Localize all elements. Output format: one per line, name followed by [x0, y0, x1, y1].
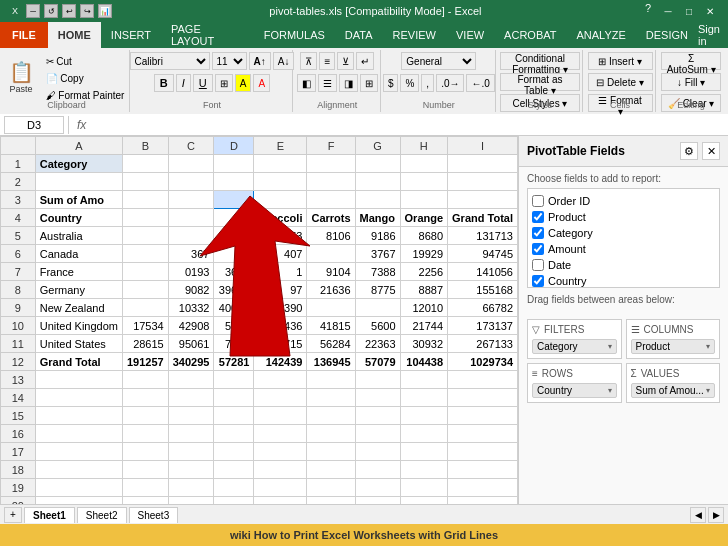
cell-C6[interactable]: 367 — [168, 245, 214, 263]
cell-H1[interactable] — [400, 155, 448, 173]
cell-F4[interactable]: Carrots — [307, 209, 355, 227]
scroll-right-button[interactable]: ▶ — [708, 507, 724, 523]
cell-C7[interactable]: 0193 — [168, 263, 214, 281]
cell-H3[interactable] — [400, 191, 448, 209]
cell-B8[interactable] — [123, 281, 169, 299]
cell-G9[interactable] — [355, 299, 400, 317]
cell-I6[interactable]: 94745 — [448, 245, 518, 263]
cell-E9[interactable]: 4390 — [254, 299, 307, 317]
cell-E10[interactable]: 38436 — [254, 317, 307, 335]
sign-in-link[interactable]: Sign in — [698, 23, 720, 47]
cell-D4[interactable] — [214, 209, 254, 227]
cell-I4[interactable]: Grand Total — [448, 209, 518, 227]
cell-G4[interactable]: Mango — [355, 209, 400, 227]
cell-D10[interactable]: 5100 — [214, 317, 254, 335]
col-header-F[interactable]: F — [307, 137, 355, 155]
cell-C2[interactable] — [168, 173, 214, 191]
cell-E12[interactable]: 142439 — [254, 353, 307, 371]
underline-button[interactable]: U — [193, 74, 213, 92]
tab-acrobat[interactable]: ACROBAT — [494, 22, 566, 48]
field-checkbox-amount[interactable] — [532, 243, 544, 255]
cell-E1[interactable] — [254, 155, 307, 173]
cell-B7[interactable] — [123, 263, 169, 281]
comma-button[interactable]: , — [421, 74, 434, 92]
font-increase-button[interactable]: A↑ — [249, 52, 271, 70]
border-button[interactable]: ⊞ — [215, 74, 233, 92]
format-as-table-button[interactable]: Format as Table ▾ — [500, 73, 580, 91]
cell-H2[interactable] — [400, 173, 448, 191]
cell-F6[interactable] — [307, 245, 355, 263]
cell-G7[interactable]: 7388 — [355, 263, 400, 281]
align-right-button[interactable]: ◨ — [339, 74, 358, 92]
cell-E6[interactable]: 407 — [254, 245, 307, 263]
field-checkbox-country[interactable] — [532, 275, 544, 287]
cell-B6[interactable] — [123, 245, 169, 263]
cell-G5[interactable]: 9186 — [355, 227, 400, 245]
close-button[interactable]: ✕ — [700, 2, 720, 20]
cell-I9[interactable]: 66782 — [448, 299, 518, 317]
field-checkbox-product[interactable] — [532, 211, 544, 223]
tab-analyze[interactable]: ANALYZE — [566, 22, 635, 48]
cell-A4[interactable]: Country — [35, 209, 122, 227]
cell-H10[interactable]: 21744 — [400, 317, 448, 335]
tab-view[interactable]: VIEW — [446, 22, 494, 48]
cell-B9[interactable] — [123, 299, 169, 317]
cell-D1[interactable] — [214, 155, 254, 173]
cell-E5[interactable]: 17953 — [254, 227, 307, 245]
field-checkbox-category[interactable] — [532, 227, 544, 239]
add-sheet-button[interactable]: + — [4, 507, 22, 523]
col-header-E[interactable]: E — [254, 137, 307, 155]
cell-A3[interactable]: Sum of Amo — [35, 191, 122, 209]
cell-A11[interactable]: United States — [35, 335, 122, 353]
cell-I8[interactable]: 155168 — [448, 281, 518, 299]
col-header-B[interactable]: B — [123, 137, 169, 155]
filter-dropdown-arrow[interactable]: ▾ — [608, 342, 612, 351]
cell-B11[interactable]: 28615 — [123, 335, 169, 353]
cell-I3[interactable] — [448, 191, 518, 209]
maximize-button[interactable]: □ — [679, 2, 699, 20]
cell-I7[interactable]: 141056 — [448, 263, 518, 281]
cell-G11[interactable]: 22363 — [355, 335, 400, 353]
cell-I1[interactable] — [448, 155, 518, 173]
tab-data[interactable]: DATA — [335, 22, 383, 48]
cell-G2[interactable] — [355, 173, 400, 191]
cell-B3[interactable] — [123, 191, 169, 209]
pivot-settings-button[interactable]: ⚙ — [680, 142, 698, 160]
cell-H4[interactable]: Orange — [400, 209, 448, 227]
cell-B1[interactable] — [123, 155, 169, 173]
cell-B5[interactable] — [123, 227, 169, 245]
cell-D7[interactable]: 3609 — [214, 263, 254, 281]
pivot-row-item-country[interactable]: Country ▾ — [532, 383, 617, 398]
minimize-icon[interactable]: ─ — [26, 4, 40, 18]
cell-D12[interactable]: 57281 — [214, 353, 254, 371]
cell-E8[interactable]: 97 — [254, 281, 307, 299]
cell-E3[interactable] — [254, 191, 307, 209]
tab-home[interactable]: HOME — [48, 22, 101, 48]
cell-H5[interactable]: 8680 — [400, 227, 448, 245]
cell-C10[interactable]: 42908 — [168, 317, 214, 335]
sheet-tab-1[interactable]: Sheet1 — [24, 507, 75, 523]
cell-F5[interactable]: 8106 — [307, 227, 355, 245]
cell-C11[interactable]: 95061 — [168, 335, 214, 353]
insert-button[interactable]: ⊞ Insert ▾ — [588, 52, 653, 70]
tab-formulas[interactable]: FORMULAS — [254, 22, 335, 48]
col-header-C[interactable]: C — [168, 137, 214, 155]
cell-A9[interactable]: New Zealand — [35, 299, 122, 317]
currency-button[interactable]: $ — [383, 74, 399, 92]
align-bottom-button[interactable]: ⊻ — [337, 52, 354, 70]
align-left-button[interactable]: ◧ — [297, 74, 316, 92]
cell-A10[interactable]: United Kingdom — [35, 317, 122, 335]
cell-G10[interactable]: 5600 — [355, 317, 400, 335]
cell-A1[interactable]: Category — [35, 155, 122, 173]
cut-button[interactable]: ✂ Cut — [41, 53, 130, 69]
name-box[interactable] — [4, 116, 64, 134]
help-button[interactable]: ? — [639, 2, 657, 20]
col-header-I[interactable]: I — [448, 137, 518, 155]
align-middle-button[interactable]: ≡ — [319, 52, 335, 70]
rows-dropdown-arrow[interactable]: ▾ — [608, 386, 612, 395]
cell-C3[interactable] — [168, 191, 214, 209]
bold-button[interactable]: B — [154, 74, 174, 92]
pivot-column-item-product[interactable]: Product ▾ — [631, 339, 716, 354]
decimal-decrease-button[interactable]: ←.0 — [466, 74, 494, 92]
cell-D3[interactable] — [214, 191, 254, 209]
